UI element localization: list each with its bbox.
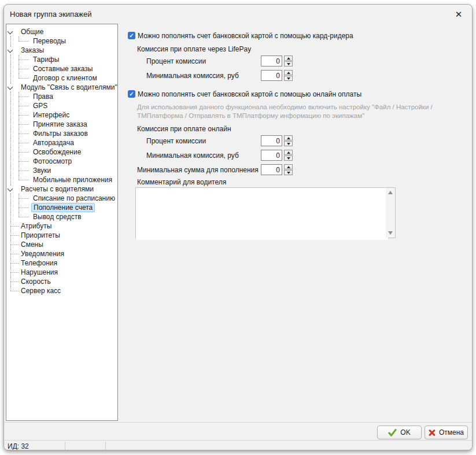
scroll-up-icon[interactable] [386, 188, 395, 197]
tree-item[interactable]: Принятие заказа [6, 120, 117, 129]
tree-item-label[interactable]: Освобождение [31, 148, 83, 156]
tree-item-label[interactable]: Телефония [19, 259, 59, 267]
tree-item[interactable]: Нарушения [6, 268, 117, 277]
tree-item-label[interactable]: Скорость [19, 278, 53, 286]
spinner-input[interactable] [261, 135, 282, 146]
tree-item[interactable]: Права [6, 92, 117, 101]
tree-item-label[interactable]: Договор с клиентом [31, 74, 99, 82]
chevron-down-icon[interactable] [7, 28, 14, 35]
min-fee-label: Минимальная комиссия, руб [146, 72, 239, 80]
tree-item-label[interactable]: Списание по расписанию [31, 194, 117, 202]
spinner-down-button[interactable] [284, 170, 293, 175]
online-section-label: Комиссия при оплате онлайн [137, 125, 231, 133]
tree-connector [19, 41, 29, 42]
spinner-down-button[interactable] [284, 76, 293, 81]
tree-item-label[interactable]: Фотоосмотр [31, 157, 73, 165]
triangle-down-icon [287, 172, 290, 174]
ok-button[interactable]: OK [377, 426, 422, 439]
tree-item-label[interactable]: Права [31, 93, 55, 101]
driver-comment-input[interactable] [136, 188, 388, 240]
tree-item[interactable]: Договор с клиентом [6, 73, 117, 83]
spinner-input[interactable] [261, 56, 282, 66]
tree-item-label[interactable]: Тарифы [31, 56, 61, 64]
status-separator [65, 442, 65, 450]
tree-item-label[interactable]: Общие [19, 28, 45, 36]
tree-item[interactable]: Тарифы [6, 55, 117, 64]
tree-item[interactable]: Фильтры заказов [6, 129, 117, 138]
chevron-down-icon[interactable] [7, 186, 14, 193]
tree-item[interactable]: Звуки [6, 166, 117, 175]
tree-item[interactable]: Интерфейс [6, 110, 117, 120]
min-topup-spinner [261, 164, 293, 175]
tree-connector [10, 226, 19, 227]
tree-connector [10, 254, 19, 254]
tree-item[interactable]: Скорость [6, 277, 117, 286]
tree-item-label[interactable]: Расчеты с водителями [19, 185, 95, 193]
tree-item-label[interactable]: Интерфейс [31, 111, 71, 119]
spinner-up-button[interactable] [284, 56, 293, 61]
min-fee-spinner [261, 70, 293, 81]
tree-item[interactable]: Списание по расписанию [6, 194, 117, 203]
tree-item-label[interactable]: Мобильные приложения [31, 176, 114, 184]
tree-item[interactable]: Мобильные приложения [6, 175, 117, 184]
tree-item[interactable]: Переводы [6, 36, 117, 46]
tree-item[interactable]: Модуль "Связь с водителями" [6, 83, 117, 92]
spinner-input[interactable] [261, 150, 282, 161]
tree-item-label[interactable]: Фильтры заказов [31, 130, 90, 138]
tree-item[interactable]: Приоритеты [6, 231, 117, 240]
tree-item-label[interactable]: Составные заказы [31, 65, 94, 73]
tree-item[interactable]: Автораздача [6, 138, 117, 147]
card-reader-checkbox[interactable]: ✓ [128, 32, 135, 39]
tree-item[interactable]: Атрибуты [6, 221, 117, 231]
spinner-up-button[interactable] [284, 150, 293, 155]
spinner-up-button[interactable] [284, 135, 293, 140]
tree-item-label[interactable]: Принятие заказа [31, 120, 89, 128]
tree-item[interactable]: Общие [6, 27, 117, 36]
tree-item[interactable]: Расчеты с водителями [6, 184, 117, 194]
tree-item[interactable]: Составные заказы [6, 64, 117, 73]
tree-item[interactable]: GPS [6, 101, 117, 110]
tree-item-label[interactable]: GPS [31, 102, 49, 110]
spinner-buttons [284, 70, 293, 81]
tree-item-label[interactable]: Автораздача [31, 139, 76, 147]
tree-connector [10, 286, 11, 291]
tree-item-label[interactable]: Переводы [31, 37, 68, 45]
tree-item-label[interactable]: Звуки [31, 167, 53, 175]
lifepay-section-label: Комиссия при оплате через LifePay [137, 45, 251, 53]
tree-item[interactable]: Уведомления [6, 249, 117, 258]
cancel-button[interactable]: Отмена [425, 426, 468, 439]
tree-item[interactable]: Фотоосмотр [6, 157, 117, 166]
tree-item-label[interactable]: Нарушения [19, 268, 60, 276]
spinner-down-button[interactable] [284, 61, 293, 66]
tree-item-label[interactable]: Пополнение счета [31, 203, 95, 212]
spinner-up-button[interactable] [284, 70, 293, 75]
tree-connector [19, 78, 29, 79]
tree-connector [19, 161, 29, 162]
tree-item[interactable]: Смены [6, 240, 117, 249]
spinner-input[interactable] [261, 164, 282, 175]
online-payment-checkbox[interactable]: ✓ [128, 90, 135, 98]
tree-item[interactable]: Заказы [6, 46, 117, 55]
tree-item-label[interactable]: Модуль "Связь с водителями" [19, 83, 118, 91]
scroll-down-icon[interactable] [386, 229, 395, 237]
tree-item-label[interactable]: Вывод средств [31, 213, 83, 221]
tree-item-label[interactable]: Приоритеты [19, 231, 62, 239]
chevron-down-icon[interactable] [7, 47, 14, 54]
tree-item-label[interactable]: Заказы [19, 46, 46, 54]
tree-item-label[interactable]: Атрибуты [19, 222, 53, 230]
spinner-down-button[interactable] [284, 141, 293, 146]
spinner-down-button[interactable] [284, 156, 293, 161]
tree-item[interactable]: Пополнение счета [6, 203, 117, 212]
spinner-input[interactable] [261, 70, 282, 81]
tree-item[interactable]: Сервер касс [6, 286, 117, 295]
tree-item[interactable]: Вывод средств [6, 212, 117, 221]
tree-item[interactable]: Освобождение [6, 147, 117, 157]
spinner-up-button[interactable] [284, 164, 293, 169]
tree-item-label[interactable]: Уведомления [19, 250, 66, 258]
tree-item-label[interactable]: Сервер касс [19, 287, 62, 295]
chevron-down-icon[interactable] [7, 84, 14, 91]
tree-item[interactable]: Телефония [6, 258, 117, 268]
close-icon[interactable]: ✕ [453, 9, 464, 20]
scrollbar[interactable] [386, 188, 395, 238]
tree-item-label[interactable]: Смены [19, 241, 45, 249]
